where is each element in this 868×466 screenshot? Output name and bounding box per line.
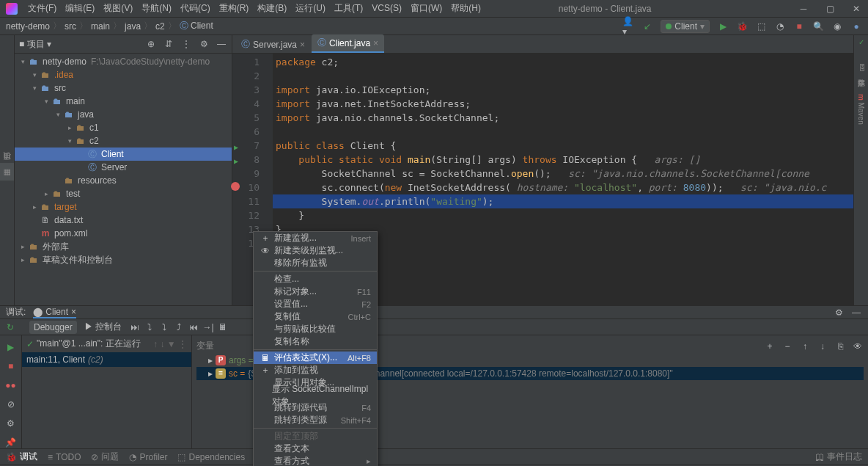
rerun-icon[interactable]: ↻ [4, 321, 16, 333]
minimize-pane-icon[interactable]: — [850, 307, 862, 318]
menu-item[interactable]: 帮助(H) [446, 1, 485, 15]
tree-node[interactable]: ▸🖿target [15, 200, 232, 214]
context-menu-item[interactable]: 🖩评估表达式(X)...Alt+F8 [254, 352, 377, 364]
context-menu-item[interactable]: +新建监视...Insert [254, 232, 377, 244]
context-menu-item[interactable]: 复制名称 [254, 335, 377, 348]
target-icon[interactable]: ⊕ [145, 38, 157, 50]
debug-icon[interactable]: 🐞 [736, 21, 748, 32]
database-tool-button[interactable]: 🗄 数据库 [855, 61, 868, 76]
settings-icon[interactable]: ⚙ [198, 38, 210, 50]
search-icon[interactable]: 🔍 [812, 21, 824, 32]
run-config-dropdown[interactable]: Client ▾ [661, 20, 710, 33]
gear-icon[interactable]: ⚙ [833, 307, 845, 318]
tree-node[interactable]: ▾🖿c2 [15, 134, 232, 148]
tree-node[interactable]: ▸🖿草稿文件和控制台 [15, 253, 232, 266]
context-menu-item[interactable]: 移除所有监视 [254, 257, 377, 269]
context-menu-item[interactable]: 设置值...F2 [254, 298, 377, 310]
deps-tool-button[interactable]: ⬚ Dependencies [177, 452, 245, 462]
console-tab[interactable]: ▶ 控制台 [80, 319, 126, 335]
collapse-icon[interactable]: ⋮ [180, 38, 192, 50]
menu-item[interactable]: 运行(U) [291, 1, 330, 15]
tree-node[interactable]: ▾🖿src [15, 81, 232, 95]
menu-item[interactable]: 工具(T) [330, 1, 367, 15]
breadcrumb-item[interactable]: src [65, 21, 76, 32]
context-menu-item[interactable]: 查看方式▸ [254, 455, 377, 466]
thread-selector[interactable]: ✓ "main"@1 ...ain": 正在运行 ↑ ↓ ▼ ⋮ [22, 335, 191, 352]
menu-item[interactable]: 构建(B) [253, 1, 291, 15]
context-menu-item[interactable]: 与剪贴板比较值 [254, 323, 377, 335]
menu-item[interactable]: VCS(S) [367, 1, 406, 15]
menu-item[interactable]: 导航(N) [137, 1, 176, 15]
maven-tool-button[interactable]: m Maven [856, 91, 867, 128]
tree-node[interactable]: ▾🖿main [15, 95, 232, 108]
problems-tool-button[interactable]: ⊘ 问题 [91, 451, 119, 463]
debug-tool-button[interactable]: 🐞 调试 [6, 451, 37, 463]
tree-node[interactable]: ▾🖿netty-demoF:\JavaCodeStudy\netty-demo [15, 55, 232, 68]
run-to-cursor-icon[interactable]: →| [202, 321, 214, 333]
view-breakpoints-icon[interactable]: ●● [5, 379, 17, 391]
maximize-icon[interactable]: ▢ [824, 3, 836, 15]
breadcrumb-item[interactable]: main [91, 21, 110, 32]
tree-node[interactable]: ⒸClient [15, 148, 232, 161]
menu-item[interactable]: 视图(V) [99, 1, 137, 15]
evaluate-icon[interactable]: 🖩 [217, 321, 229, 333]
copy-icon[interactable]: ⎘ [834, 341, 846, 352]
stop-icon[interactable]: ■ [793, 21, 805, 32]
context-menu-item[interactable]: 复制值Ctrl+C [254, 310, 377, 323]
tree-node[interactable]: ▸🖿外部库 [15, 240, 232, 253]
context-menu-item[interactable]: +添加到监视 [254, 364, 377, 376]
frames-pane[interactable]: ✓ "main"@1 ...ain": 正在运行 ↑ ↓ ▼ ⋮ main:11… [22, 335, 192, 448]
tree-node[interactable]: 🖿resources [15, 174, 232, 187]
step-into-icon[interactable]: ⤵ [144, 321, 155, 333]
show-watches-icon[interactable]: 👁 [852, 341, 864, 352]
menu-item[interactable]: 窗口(W) [406, 1, 446, 15]
run-icon[interactable]: ▶ [717, 21, 729, 32]
coverage-icon[interactable]: ⬚ [755, 21, 767, 32]
inspection-ok-icon[interactable]: ✓ [858, 38, 864, 46]
resume-icon[interactable]: ▶ [5, 341, 17, 353]
menu-item[interactable]: 编辑(E) [61, 1, 99, 15]
pin-icon[interactable]: 📌 [5, 437, 17, 448]
mute-breakpoints-icon[interactable]: ⊘ [5, 398, 17, 410]
breadcrumb-item[interactable]: java [125, 21, 141, 32]
minimize-icon[interactable]: ─ [798, 3, 809, 15]
user-icon[interactable]: 👤▾ [622, 21, 634, 32]
editor-tab[interactable]: ⒸServer.java× [235, 36, 311, 53]
tree-node[interactable]: ▸🖿test [15, 187, 232, 200]
tree-node[interactable]: ▾🖿.idea [15, 68, 232, 81]
context-menu-item[interactable]: 标记对象...F11 [254, 285, 377, 298]
add-watch-icon[interactable]: + [764, 341, 776, 352]
down-icon[interactable]: ↓ [817, 341, 828, 352]
breadcrumb-item[interactable]: netty-demo [6, 21, 50, 32]
context-menu-item[interactable]: 查看文本 [254, 443, 377, 455]
todo-tool-button[interactable]: ≡ TODO [48, 452, 81, 462]
stack-frame[interactable]: main:11, Client (c2) [22, 352, 191, 367]
context-menu-item[interactable]: 显示 SocketChannelImpl 对象... [254, 389, 377, 401]
debugger-tab[interactable]: Debugger [29, 321, 77, 334]
close-icon[interactable]: ✕ [850, 3, 862, 15]
step-out-icon[interactable]: ⤴ [173, 321, 185, 333]
tree-node[interactable]: ⒸServer [15, 161, 232, 174]
context-menu-item[interactable]: 检查... [254, 273, 377, 285]
expand-icon[interactable]: ⇵ [163, 38, 174, 50]
build-icon[interactable]: ↙ [641, 21, 653, 32]
tree-node[interactable]: ▸🖿c1 [15, 121, 232, 134]
debug-session-tab[interactable]: ⬤ Client × [33, 307, 76, 318]
breadcrumb-item[interactable]: c2 [155, 21, 165, 32]
menu-item[interactable]: 文件(F) [23, 1, 61, 15]
force-step-icon[interactable]: ⤵ [158, 321, 170, 333]
breadcrumb-item[interactable]: Ⓒ Client [180, 20, 213, 32]
settings2-icon[interactable]: ⚙ [5, 418, 17, 429]
hide-icon[interactable]: — [216, 38, 227, 50]
pause-stop-icon[interactable]: ■ [5, 360, 17, 372]
tree-node[interactable]: ▾🖿java [15, 108, 232, 121]
up-icon[interactable]: ↑ [799, 341, 811, 352]
tree-node[interactable]: 🗎data.txt [15, 214, 232, 227]
project-tool-button[interactable]: ▦ 项目 [0, 163, 14, 181]
menu-item[interactable]: 重构(R) [215, 1, 254, 15]
avatar-icon[interactable]: ● [850, 21, 862, 32]
drop-frame-icon[interactable]: ⏮ [188, 321, 199, 333]
profiler-tool-button[interactable]: ◔ Profiler [129, 452, 167, 462]
structure-icon[interactable]: ◉ [831, 21, 843, 32]
editor-tab[interactable]: ⒸClient.java× [312, 34, 384, 53]
